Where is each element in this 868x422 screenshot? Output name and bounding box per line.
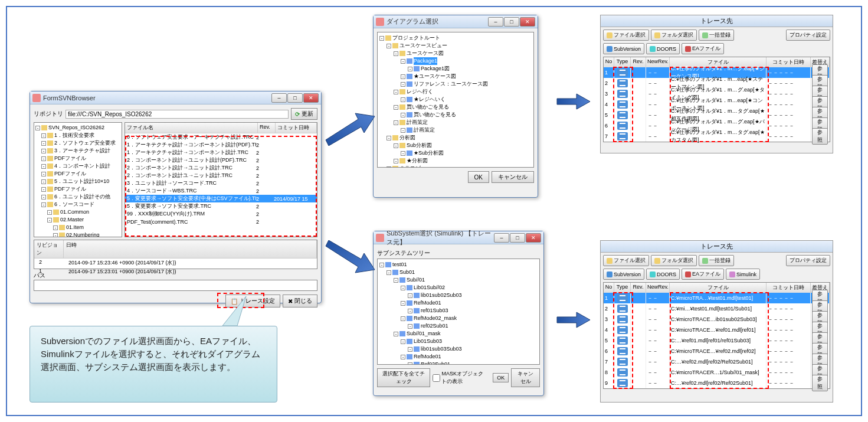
file-row[interactable]: 2．コンポーネント設計ユ→ニット設計.TRC2 [125, 172, 317, 179]
minimize-button[interactable]: – [494, 233, 509, 243]
tree-node[interactable]: -PDFファイル [35, 170, 120, 178]
close-button[interactable]: ✕ [303, 93, 319, 103]
tree-node[interactable]: -ref02Sub01 [379, 322, 538, 330]
batch-register-button[interactable]: 一括登録 [699, 255, 734, 266]
col-commit[interactable]: コミット日時 [767, 57, 811, 67]
file-row[interactable]: 2．コンポーネント設計→ユニット設計.TRC2 [125, 164, 317, 172]
tree-node[interactable]: -Lib01Sub//02 [379, 284, 538, 292]
trace-row[interactable]: 4－－C:¥microTRACE…¥ref01.mdl[ref01]－－－－－参… [604, 325, 830, 335]
subversion-button[interactable]: SubVersion [603, 43, 644, 54]
file-row[interactable]: 5．変更要求→ソフト安全要求(中身はCSVファイル).TRC22014/09/1… [125, 195, 317, 202]
revision-row[interactable]: 22014-09-17 15:23:46 +0900 (2014/09/17 (… [34, 259, 317, 267]
diag-title-bar[interactable]: ダイアグラム選択 – □ ✕ [374, 15, 538, 28]
ea-file-button[interactable]: EAファイル [682, 269, 724, 280]
file-row[interactable]: 2．コンポーネント設計→ユニット設計(PDF).TRC2 [125, 156, 317, 164]
trace-row[interactable]: 9－－C:…¥ref02.mdl[ref02/Ref02Sub01]－－－－－参… [604, 378, 830, 388]
svn-file-list[interactable]: ファイル名 Rev. コミット日時 0．ソフトウェア安全要求→アーキテクチャ設計… [125, 122, 317, 237]
batch-register-button[interactable]: 一括登録 [699, 30, 734, 41]
doors-button[interactable]: DOORS [646, 43, 680, 54]
file-select-button[interactable]: ファイル選択 [603, 30, 649, 41]
minimize-button[interactable]: – [271, 93, 287, 103]
revision-row[interactable]: 12014-09-17 15:23:01 +0900 (2014/09/17 (… [34, 267, 317, 276]
tree-node[interactable]: -買い物かごを見る [379, 103, 532, 111]
col-newrev[interactable]: NewRev. [646, 57, 670, 67]
col-newrev[interactable]: NewRev. [646, 283, 670, 293]
col-rev[interactable]: Rev. [631, 283, 646, 293]
subsystem-tree[interactable]: -test01-Sub01-Sub//01-Lib01Sub//02-lib01… [377, 259, 540, 365]
folder-select-button[interactable]: フォルダ選択 [651, 255, 697, 266]
folder-select-button[interactable]: フォルダ選択 [651, 30, 697, 41]
tree-node[interactable]: -★分析図 [379, 157, 532, 165]
tree-node[interactable]: -SVN_Repos_ISO26262 [35, 124, 120, 132]
swap-button[interactable]: 参照 [812, 128, 828, 145]
tree-node[interactable]: -ref01Sub03 [379, 307, 538, 315]
tree-node[interactable]: -Sub01 [379, 269, 538, 276]
tree-node[interactable]: -01.Common [35, 208, 120, 216]
file-row[interactable]: 1．アーキテクチャ設計→コンポーネント設計.TRC2 [125, 149, 317, 156]
tree-node[interactable]: -RefMode01 [379, 299, 538, 307]
tree-node[interactable]: -買い物かごを見る [379, 111, 532, 119]
ok-button[interactable]: OK [468, 171, 489, 183]
trace-row[interactable]: 6－－C:¥microTRACE…¥ref02.mdl[ref02]－－－－－参… [604, 346, 830, 356]
trace-grid[interactable]: No Type Rev. NewRev. ファイル コミット日時 差替え 1－－… [603, 57, 830, 142]
svn-title-bar[interactable]: FormSVNBrowser – □ ✕ [30, 91, 321, 104]
tree-node[interactable]: -6．ユニット設計その他 [35, 193, 120, 201]
col-filename[interactable]: ファイル名 [125, 123, 258, 133]
tree-node[interactable]: -PDFファイル [35, 155, 120, 162]
mask-checkbox[interactable]: MASKオブジェクトの表示 [433, 370, 488, 385]
tree-node[interactable]: -6．ソースコード [35, 201, 120, 208]
ea-file-button[interactable]: EAファイル [682, 43, 724, 54]
tree-node[interactable]: -Sub分析図 [379, 142, 532, 149]
col-type[interactable]: Type [614, 57, 631, 67]
tree-node[interactable]: -5．ユニット設計10×10 [35, 178, 120, 185]
tree-node[interactable]: -lib01sub03Sub03 [379, 345, 538, 353]
trace-row[interactable]: 7－－C:¥仕事のフォルダ¥1．m…タグ.eap[★カスタム図]－－－－－参照 [604, 131, 830, 142]
col-file[interactable]: ファイル [670, 283, 767, 293]
tree-node[interactable]: -Ref02Sub01 [379, 361, 538, 365]
tree-node[interactable]: -01.Item [35, 224, 120, 231]
tree-node[interactable]: -★レジへいく [379, 96, 532, 103]
tree-node[interactable]: -プロジェクトルート [379, 34, 532, 42]
path-input[interactable] [34, 280, 317, 291]
file-row[interactable]: PDF_Test(comment).TRC2 [125, 218, 317, 225]
col-no[interactable]: No [604, 283, 614, 293]
diagram-tree[interactable]: -プロジェクトルート-ユースケースビュー-ユースケース図-Package1-Pa… [377, 32, 534, 168]
tree-node[interactable]: -02.Master [35, 216, 120, 224]
tree-node[interactable]: -RefMode02_mask [379, 315, 538, 322]
tree-node[interactable]: -Package1 [379, 57, 532, 65]
file-row[interactable]: 99．XXX制御ECU(YY向け).TRM2 [125, 210, 317, 218]
tree-node[interactable]: -lib01sub02Sub03 [379, 292, 538, 299]
tree-node[interactable]: -PDFファイル [35, 185, 120, 193]
file-select-button[interactable]: ファイル選択 [603, 255, 649, 266]
maximize-button[interactable]: □ [504, 17, 519, 27]
update-button[interactable]: ⟳更新 [291, 108, 317, 120]
file-row[interactable]: 3．ユニット設計→ソースコード.TRC2 [125, 179, 317, 187]
tree-node[interactable]: -計画策定 [379, 119, 532, 126]
col-rev[interactable]: Rev. [258, 123, 276, 133]
col-no[interactable]: No [604, 57, 614, 67]
swap-button[interactable]: 参照 [812, 375, 828, 391]
file-row[interactable]: 4．ソースコード→WBS.TRC2 [125, 187, 317, 195]
col-datetime[interactable]: 日時 [64, 240, 317, 258]
col-rev[interactable]: Rev. [631, 57, 646, 67]
trace-row[interactable]: 5－－C:…¥ref01.mdl[ref01/ref01Sub03]－－－－－参… [604, 335, 830, 346]
subversion-button[interactable]: SubVersion [603, 269, 644, 280]
tree-node[interactable]: -分析図 [379, 134, 532, 142]
col-type[interactable]: Type [614, 283, 631, 293]
maximize-button[interactable]: □ [510, 233, 525, 243]
trace-row[interactable]: 7－－C:…¥ref02.mdl[ref02/Ref02Sub01]－－－－－参… [604, 356, 830, 367]
ok-button[interactable]: OK [493, 373, 509, 382]
file-row[interactable]: 5．変更要求→ソフト安全要求.TRC2 [125, 202, 317, 210]
col-revision[interactable]: リビジョン [34, 240, 64, 258]
tree-node[interactable]: -ユースケース図 [379, 50, 532, 57]
tree-node[interactable]: -Lib01Sub03 [379, 338, 538, 345]
tree-node[interactable]: -1．技術安全要求 [35, 132, 120, 139]
tree-node[interactable]: -02.Numbering [35, 231, 120, 237]
property-button[interactable]: プロパティ設定 [786, 255, 830, 266]
trace-grid[interactable]: No Type Rev. NewRev. ファイル コミット日時 差替え 1－－… [603, 282, 830, 389]
col-commit[interactable]: コミット日時 [767, 283, 811, 293]
close-button[interactable]: ✕ [526, 233, 541, 243]
file-row[interactable]: 0．ソフトウェア安全要求→アーキテクチャ設計.TRC2 [125, 133, 317, 141]
tree-node[interactable]: -クラスビュー [379, 165, 532, 168]
trace-row[interactable]: 2－－C:¥mi…¥test01.mdl[test01/Sub01]－－－－－参… [604, 303, 830, 314]
